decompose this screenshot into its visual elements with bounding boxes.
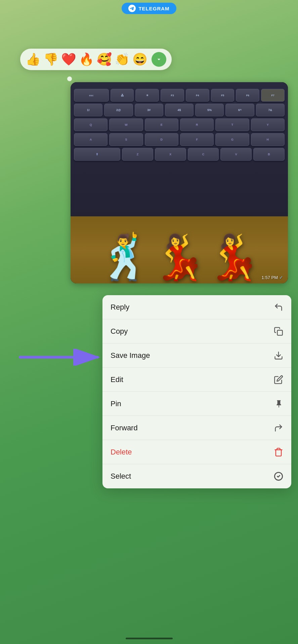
emoji-grinning[interactable]: 😄 bbox=[132, 53, 147, 65]
menu-item-edit[interactable]: Edit bbox=[102, 368, 291, 392]
menu-item-pin[interactable]: Pin bbox=[102, 392, 291, 416]
key-f: F bbox=[180, 133, 214, 146]
delete-label: Delete bbox=[111, 448, 132, 457]
key-d: D bbox=[145, 133, 178, 146]
emoji-reaction-bar: 👍 👎 ❤️ 🔥 🥰 👏 😄 bbox=[20, 49, 172, 70]
key-x: X bbox=[155, 148, 186, 161]
menu-item-select[interactable]: Select bbox=[102, 464, 291, 488]
key-f5: F5 bbox=[211, 89, 235, 102]
key-f3: F3 bbox=[161, 89, 184, 102]
key-h: H bbox=[251, 133, 285, 146]
context-menu: Reply Copy Save Image Edit bbox=[102, 295, 291, 488]
emoji-smiling-hearts[interactable]: 🥰 bbox=[97, 53, 112, 65]
timestamp-text: 1:57 PM bbox=[262, 275, 278, 280]
key-q: Q bbox=[74, 118, 108, 131]
chat-image: esc ⁂ ✳ F3 F4 F5 F6 F7 1! 2@ 3# 4$ 5% 6^… bbox=[71, 82, 288, 283]
forward-label: Forward bbox=[111, 424, 138, 432]
key-f1: ⁂ bbox=[111, 89, 134, 102]
key-e: E bbox=[145, 118, 178, 131]
key-f6: F6 bbox=[236, 89, 259, 102]
key-1: 1! bbox=[74, 104, 102, 116]
keyboard-visual: esc ⁂ ✳ F3 F4 F5 F6 F7 1! 2@ 3# 4$ 5% 6^… bbox=[71, 86, 288, 166]
menu-item-save-image[interactable]: Save Image bbox=[102, 343, 291, 368]
edit-label: Edit bbox=[111, 375, 123, 384]
arrow-annotation bbox=[17, 349, 104, 366]
emoji-thumbs-up[interactable]: 👍 bbox=[26, 53, 41, 65]
emoji-expand-button[interactable] bbox=[152, 52, 166, 67]
select-label: Select bbox=[111, 472, 131, 481]
edit-icon bbox=[274, 375, 283, 384]
menu-item-reply[interactable]: Reply bbox=[102, 295, 291, 319]
sticker-overlay: 🕺💃💃 bbox=[74, 183, 285, 277]
menu-item-copy[interactable]: Copy bbox=[102, 319, 291, 343]
key-row-qwerty: Q W E R T Y bbox=[74, 118, 285, 131]
key-z: Z bbox=[122, 148, 153, 161]
key-s: S bbox=[109, 133, 143, 146]
emoji-fire[interactable]: 🔥 bbox=[79, 53, 94, 65]
key-5: 5% bbox=[195, 104, 224, 116]
key-row-num: 1! 2@ 3# 4$ 5% 6^ 7& bbox=[74, 104, 285, 116]
emoji-clapping[interactable]: 👏 bbox=[115, 53, 130, 65]
key-row-asdf: A S D F G H bbox=[74, 133, 285, 146]
telegram-label: TELEGRAM bbox=[138, 6, 169, 11]
key-shift: ⬆ bbox=[74, 148, 120, 161]
emoji-heart[interactable]: ❤️ bbox=[61, 53, 76, 65]
svg-rect-2 bbox=[278, 330, 283, 335]
reply-icon bbox=[274, 303, 283, 312]
emoji-thumbs-down[interactable]: 👎 bbox=[43, 53, 58, 65]
key-w: W bbox=[109, 118, 143, 131]
telegram-icon bbox=[128, 5, 136, 12]
sticker-emoji: 🕺💃💃 bbox=[98, 237, 261, 277]
key-f4: F4 bbox=[186, 89, 209, 102]
pin-icon bbox=[274, 399, 283, 408]
key-7: 7& bbox=[256, 104, 285, 116]
key-row-zxcv: ⬆ Z X C V B bbox=[74, 148, 285, 161]
pointing-arrow-icon bbox=[17, 349, 104, 366]
key-2: 2@ bbox=[104, 104, 133, 116]
select-icon bbox=[274, 472, 283, 481]
key-f2: ✳ bbox=[135, 89, 159, 102]
pin-label: Pin bbox=[111, 399, 121, 408]
key-b: B bbox=[253, 148, 285, 161]
key-3: 3# bbox=[135, 104, 163, 116]
menu-item-forward[interactable]: Forward bbox=[102, 416, 291, 440]
key-r: R bbox=[180, 118, 214, 131]
status-bar: TELEGRAM bbox=[0, 0, 298, 17]
key-a: A bbox=[74, 133, 108, 146]
message-timestamp: 1:57 PM ✓ bbox=[262, 275, 283, 280]
key-6: 6^ bbox=[225, 104, 254, 116]
key-4: 4$ bbox=[165, 104, 194, 116]
key-esc: esc bbox=[74, 89, 109, 102]
forward-icon bbox=[274, 423, 283, 433]
copy-icon bbox=[274, 327, 283, 336]
key-y: Y bbox=[251, 118, 285, 131]
bubble-tail bbox=[67, 76, 72, 81]
menu-item-delete[interactable]: Delete bbox=[102, 440, 291, 464]
key-row-fn: esc ⁂ ✳ F3 F4 F5 F6 F7 bbox=[74, 89, 285, 102]
chevron-down-icon bbox=[156, 56, 162, 63]
save-image-label: Save Image bbox=[111, 351, 150, 360]
key-t: T bbox=[215, 118, 249, 131]
delete-icon bbox=[274, 447, 283, 457]
key-c: C bbox=[188, 148, 219, 161]
key-v: V bbox=[220, 148, 252, 161]
reply-label: Reply bbox=[111, 303, 129, 312]
read-receipt-icon: ✓ bbox=[279, 275, 283, 280]
telegram-pill: TELEGRAM bbox=[122, 3, 176, 14]
chat-bubble: esc ⁂ ✳ F3 F4 F5 F6 F7 1! 2@ 3# 4$ 5% 6^… bbox=[71, 82, 288, 283]
key-g: G bbox=[215, 133, 249, 146]
home-indicator bbox=[126, 638, 173, 639]
copy-label: Copy bbox=[111, 327, 128, 336]
key-f7: F7 bbox=[261, 89, 285, 102]
save-image-icon bbox=[274, 351, 283, 360]
